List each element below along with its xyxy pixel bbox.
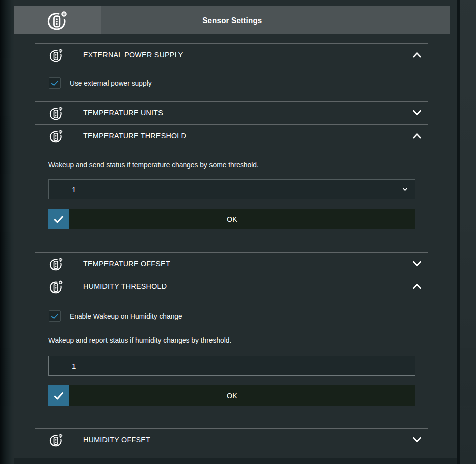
section-title: HUMIDITY OFFSET	[83, 435, 150, 444]
temperature-threshold-body: Wakeup and send status if temperature ch…	[48, 160, 415, 229]
checkbox-label: Enable Wakeup on Humidity change	[70, 312, 182, 320]
select-value: 1	[49, 185, 76, 194]
sensor-settings-page: Sensor Settings EXTERNAL POWER SUPPLY Us…	[0, 0, 476, 464]
section-header-humidity-offset[interactable]: HUMIDITY OFFSET	[35, 429, 428, 451]
sensor-gear-icon	[49, 433, 64, 447]
section-title: TEMPERATURE UNITS	[83, 108, 163, 118]
checkmark-icon	[50, 311, 60, 321]
humidity-wakeup-checkbox[interactable]	[49, 310, 61, 322]
humidity-threshold-description: Wakeup and report status if humidity cha…	[48, 336, 231, 344]
chevron-down-icon	[402, 186, 408, 193]
section-header-temperature-threshold[interactable]: TEMPERATURE THRESHOLD	[35, 125, 428, 147]
chevron-up-icon	[412, 283, 422, 289]
sensor-gear-icon	[49, 279, 64, 294]
sensor-gear-icon	[49, 106, 64, 121]
section-header-external-power-supply[interactable]: EXTERNAL POWER SUPPLY	[35, 44, 428, 66]
sensor-gear-icon	[49, 257, 64, 271]
section-title: HUMIDITY THRESHOLD	[83, 282, 167, 291]
section-header-temperature-units[interactable]: TEMPERATURE UNITS	[35, 102, 428, 124]
section-title: EXTERNAL POWER SUPPLY	[83, 50, 183, 60]
chevron-down-icon	[412, 110, 422, 116]
page-title: Sensor Settings	[202, 16, 262, 25]
humidity-threshold-input[interactable]	[48, 356, 415, 376]
sensor-gear-icon	[46, 9, 69, 31]
settings-accordion: EXTERNAL POWER SUPPLY Use external power…	[35, 43, 428, 451]
chevron-down-icon	[412, 437, 422, 443]
app-header: Sensor Settings	[14, 6, 450, 34]
page-bottom-edge	[14, 458, 457, 464]
checkbox-label: Use external power supply	[70, 79, 152, 87]
humidity-threshold-body: Wakeup and report status if humidity cha…	[48, 336, 415, 406]
ok-button-label: OK	[227, 215, 237, 224]
chevron-down-icon	[412, 261, 422, 267]
section-title: TEMPERATURE OFFSET	[83, 259, 170, 268]
chevron-up-icon	[412, 52, 422, 58]
humidity-wakeup-checkbox-row[interactable]: Enable Wakeup on Humidity change	[49, 310, 428, 322]
ok-button-label: OK	[227, 391, 237, 400]
external-power-checkbox[interactable]	[49, 77, 61, 89]
sensor-settings-tab[interactable]	[14, 6, 101, 34]
sensor-gear-icon	[49, 129, 64, 143]
temperature-threshold-ok-button[interactable]: OK	[48, 209, 415, 229]
temperature-threshold-select[interactable]: 1	[48, 179, 415, 199]
sensor-gear-icon	[49, 48, 64, 63]
section-title: TEMPERATURE THRESHOLD	[83, 131, 186, 140]
page-left-edge	[0, 0, 14, 464]
section-header-temperature-offset[interactable]: TEMPERATURE OFFSET	[35, 253, 428, 275]
temperature-threshold-description: Wakeup and send status if temperature ch…	[48, 160, 259, 169]
chevron-up-icon	[412, 133, 422, 139]
external-power-checkbox-row[interactable]: Use external power supply	[49, 77, 428, 89]
humidity-threshold-ok-button[interactable]: OK	[48, 385, 415, 406]
checkmark-icon	[50, 78, 60, 88]
section-header-humidity-threshold[interactable]: HUMIDITY THRESHOLD	[35, 275, 428, 298]
scrollbar-track[interactable]	[460, 0, 476, 464]
